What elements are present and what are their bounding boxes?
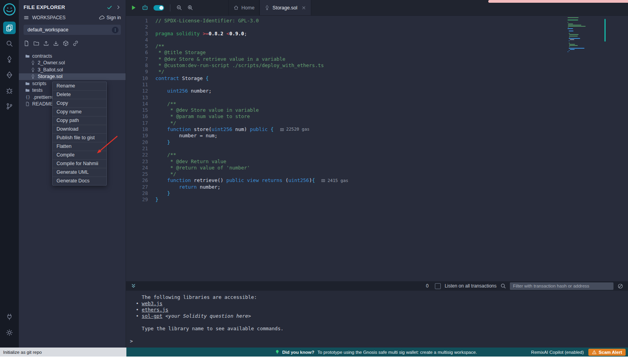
zoom-out-icon[interactable] [176,5,182,11]
file-label: 2_Owner.sol [38,60,65,66]
file-label: Storage.sol [38,74,62,79]
code-line: 23 * @dev Return value [126,158,348,165]
code-line: 28 } [126,190,348,197]
tab-storage-sol[interactable]: Storage.sol [259,0,311,15]
scam-alert-button[interactable]: Scam Alert [588,349,626,356]
sign-in-button[interactable]: Sign in [99,15,121,20]
transaction-count: 0 [426,283,429,289]
sign-in-label: Sign in [106,15,121,20]
line-number: 28 [126,190,155,197]
did-you-know-tip: Did you know? To prototype using the Gno… [275,349,477,355]
listen-all-transactions-label: Listen on all transactions [445,283,497,289]
code-line: 18 function store(uint256 num) public {2… [126,126,348,133]
terminal-search-icon[interactable] [500,283,506,289]
line-number: 2 [126,24,155,30]
context-item-download[interactable]: Download [53,125,106,134]
remix-ide-window: FILE EXPLORER WORKSPACES Sign in default… [0,0,628,364]
file-actions-toolbar [19,35,126,51]
file-label: contracts [32,53,52,59]
terminal-line [130,319,628,326]
run-script-icon[interactable] [131,5,137,11]
terminal-toolbar: 0 Listen on all transactions [126,281,628,291]
clear-console-icon[interactable] [617,283,623,289]
activity-solidity-compiler[interactable] [3,53,16,66]
code-line: 26 function retrieve() public view retur… [126,177,348,184]
context-item-compile-for-nahmii[interactable]: Compile for Nahmii [53,160,106,168]
terminal-line [130,332,628,338]
context-item-copy-name[interactable]: Copy name [53,108,106,116]
context-item-generate-docs[interactable]: Generate Docs [53,177,106,185]
remix-logo-icon[interactable] [3,3,16,16]
solidity-file-icon [31,67,35,72]
lightbulb-icon [275,349,280,355]
plugin-manager-icon [6,313,13,320]
top-right-pink-bar [488,0,628,3]
zoom-in-icon[interactable] [187,5,193,11]
context-item-copy-path[interactable]: Copy path [53,116,106,125]
code-content: 1// SPDX-License-Identifier: GPL-3.023pr… [126,18,348,203]
context-item-flatten[interactable]: Flatten [53,142,106,151]
file-label: scripts [32,81,46,86]
upload-file-icon[interactable] [43,40,49,46]
close-tab-icon[interactable] [301,5,306,10]
context-item-delete[interactable]: Delete [53,91,106,99]
line-number: 8 [126,62,155,69]
file-item-storage-sol[interactable]: Storage.sol [19,73,126,80]
terminal-link[interactable]: web3.js [142,300,162,306]
file-label: 3_Ballot.sol [38,67,63,73]
upload-folder-icon[interactable] [53,40,59,46]
activity-file-explorer[interactable] [3,22,16,34]
copilot-toggle[interactable] [153,5,164,11]
line-number: 9 [126,69,155,75]
workspace-select[interactable]: default_workspace [24,25,121,35]
line-number: 12 [126,88,155,94]
activity-bar-top [3,22,16,116]
code-line: 12 uint256 number; [126,88,348,94]
line-number: 7 [126,56,155,62]
context-item-generate-uml[interactable]: Generate UML [53,168,106,177]
activity-debugger[interactable] [3,84,16,97]
context-item-rename[interactable]: Rename [53,82,106,91]
search-icon [6,40,13,47]
gas-icon [321,178,325,183]
folder-icon [25,81,30,86]
terminal-link[interactable]: ethers.js [142,307,168,313]
create-file-icon[interactable] [24,40,29,46]
line-number: 19 [126,133,155,139]
workspaces-menu-icon[interactable] [24,15,29,20]
terminal-expand-icon[interactable] [131,283,136,289]
terminal-link[interactable]: sol-gpt [142,313,162,319]
accept-check-icon[interactable] [107,5,112,10]
activity-deploy-run[interactable] [3,69,16,81]
publish-gist-icon[interactable] [73,40,78,46]
home-icon [234,5,239,10]
context-item-compile[interactable]: Compile [53,151,106,160]
terminal-output[interactable]: The following libraries are accessible: … [126,291,628,348]
file-item-2-owner-sol[interactable]: 2_Owner.sol [19,60,126,67]
chevron-right-icon[interactable] [116,5,121,10]
tab-home[interactable]: Home [228,0,259,15]
editor-scrollbar-thumb[interactable] [604,19,606,42]
code-line: 7 * @dev Store & retrieve value in a var… [126,56,348,62]
line-number: 20 [126,139,155,146]
activity-settings[interactable] [3,326,16,339]
activity-bar-bottom [3,311,16,348]
publish-ipfs-icon[interactable] [63,40,69,46]
context-item-copy[interactable]: Copy [53,99,106,108]
activity-git[interactable] [3,100,16,113]
activity-search[interactable] [3,37,16,50]
transaction-filter-input[interactable] [510,282,613,290]
file-item-3-ballot-sol[interactable]: 3_Ballot.sol [19,66,126,73]
line-number: 11 [126,82,155,88]
minimap[interactable] [568,17,595,64]
file-item-contracts[interactable]: contracts [19,53,126,60]
git-init-button[interactable]: Initialize as git repo [0,348,126,357]
context-item-publish-file-to-gist[interactable]: Publish file to gist [53,134,106,142]
activity-plugin-manager[interactable] [3,311,16,323]
tab-label: Home [241,5,254,11]
listen-all-transactions-checkbox[interactable] [435,283,441,289]
create-folder-icon[interactable] [33,40,39,46]
ai-copilot-icon[interactable] [142,4,148,11]
workspace-options-button[interactable] [112,27,119,33]
code-editor[interactable]: 1// SPDX-License-Identifier: GPL-3.023pr… [126,16,628,281]
